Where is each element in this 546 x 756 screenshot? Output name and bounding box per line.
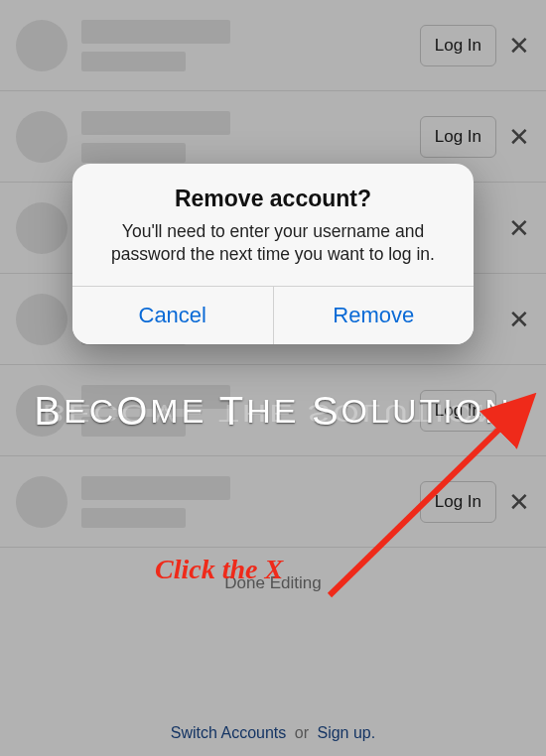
remove-account-alert: Remove account? You'll need to enter you… bbox=[72, 164, 474, 344]
alert-title: Remove account? bbox=[94, 186, 452, 212]
alert-message: You'll need to enter your username and p… bbox=[94, 220, 452, 266]
remove-button[interactable]: Remove bbox=[273, 287, 475, 344]
modal-backdrop bbox=[0, 0, 546, 756]
screen: Log In ✕ Log In ✕ ✕ ✕ bbox=[0, 0, 546, 756]
cancel-button[interactable]: Cancel bbox=[72, 287, 273, 344]
